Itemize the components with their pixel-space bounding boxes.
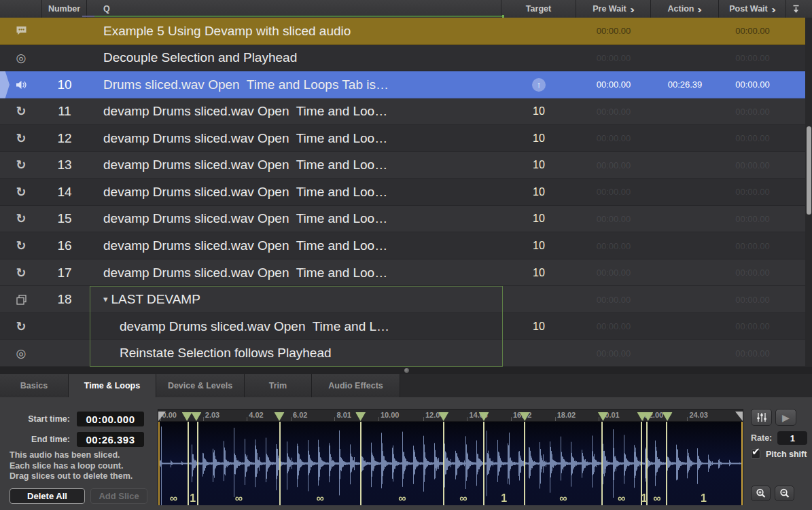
cue-post-wait: 00:00.00 (719, 321, 786, 331)
cue-row-memo[interactable]: Example 5 Using Devamp with sliced audio… (0, 18, 812, 45)
cue-post-wait: 00:00.00 (719, 268, 786, 278)
cue-row-devamp-12[interactable]: ↻ 12 devamp Drums sliced.wav Open Time a… (0, 125, 812, 152)
cue-post-wait: 00:00.00 (719, 133, 786, 143)
vertical-scrollbar-thumb[interactable] (807, 126, 811, 215)
tab-basics[interactable]: Basics (0, 374, 69, 397)
end-time-field[interactable]: 00:26.393 (77, 432, 144, 447)
cue-status-cell: ↻ (0, 98, 42, 126)
tab-time-and-loops[interactable]: Time & Loops (69, 374, 156, 397)
devamp-icon: ↻ (16, 240, 26, 252)
header-autoload-column[interactable] (786, 0, 805, 18)
zoom-in-button[interactable] (751, 486, 771, 501)
cue-post-wait: 00:00.00 (719, 53, 786, 63)
loop-count[interactable]: 1 (501, 493, 507, 504)
slice-marker-icon[interactable] (191, 412, 201, 421)
loop-count[interactable]: ∞ (235, 493, 243, 504)
start-time-field[interactable]: 00:00.000 (77, 412, 144, 426)
tab-device-and-levels[interactable]: Device & Levels (156, 374, 245, 397)
ruler-tick (555, 417, 556, 421)
ruler-tick (423, 417, 424, 421)
cue-row-decouple[interactable]: ◎ Decouple Selection and Playhead 00:00.… (0, 45, 812, 72)
cue-name: devamp Drums sliced.wav Open Time and Lo… (87, 158, 501, 172)
post-wait-expand-chevron-icon[interactable]: › (771, 4, 776, 14)
cue-name: devamp Drums sliced.wav Open Time and Lo… (87, 104, 501, 119)
cue-status-cell: ↻ (0, 313, 42, 340)
waveform-time-ruler[interactable]: 0.00 2.03 4.02 6.02 8.01 10.00 12.04 14.… (158, 409, 743, 422)
tab-audio-effects[interactable]: Audio Effects (312, 374, 400, 397)
target-reticle-icon: ◎ (16, 348, 27, 359)
cue-name: devamp Drums sliced.wav Open Time and Lo… (87, 185, 501, 200)
slice-line[interactable] (601, 422, 603, 505)
loop-count[interactable]: ∞ (559, 493, 567, 504)
audio-end-marker-icon[interactable] (735, 412, 743, 421)
preview-play-button[interactable]: ▶ (775, 409, 796, 426)
slice-marker-icon[interactable] (663, 412, 673, 421)
header-q-label: Q (103, 4, 110, 14)
loop-count[interactable]: ∞ (653, 493, 660, 504)
cue-name: devamp Drums sliced.wav Open Time and Lo… (87, 266, 501, 280)
delete-all-button[interactable]: Delete All (10, 488, 85, 504)
cue-row-devamp-15[interactable]: ↻ 15 devamp Drums sliced.wav Open Time a… (0, 206, 812, 233)
cue-row-group-child-devamp[interactable]: ↻ devamp Drums sliced.wav Open Time and … (0, 313, 812, 340)
vertical-scrollbar[interactable] (805, 18, 812, 367)
ruler-label: 10.00 (381, 411, 400, 419)
loop-count[interactable]: 1 (190, 493, 196, 504)
pre-wait-expand-chevron-icon[interactable]: › (630, 4, 635, 14)
cue-name: Reinstate Selection follows Playhead (87, 346, 501, 361)
slice-marker-icon[interactable] (275, 412, 285, 421)
panel-divider[interactable] (0, 367, 812, 374)
audition-levels-button[interactable] (751, 409, 772, 426)
ruler-label: 4.02 (249, 411, 263, 419)
slice-line[interactable] (524, 422, 525, 505)
cue-pre-wait: 00:00.00 (576, 321, 651, 331)
cue-pre-wait: 00:00.00 (576, 268, 651, 278)
divider-drag-handle[interactable] (404, 368, 409, 373)
ruler-tick (511, 417, 512, 421)
cue-row-devamp-14[interactable]: ↻ 14 devamp Drums sliced.wav Open Time a… (0, 179, 812, 206)
loop-count[interactable]: ∞ (317, 493, 324, 504)
slice-line[interactable] (483, 422, 484, 505)
action-expand-chevron-icon[interactable]: › (697, 4, 702, 14)
cue-status-cell (0, 286, 42, 313)
cue-row-group-child-reinstate[interactable]: ◎ Reinstate Selection follows Playhead 0… (0, 340, 812, 367)
cue-row-selected-audio[interactable]: 10 Drums sliced.wav Open Time and Loops … (0, 71, 812, 98)
pitch-shift-checkbox[interactable]: ✔ (751, 450, 760, 459)
cue-row-devamp-13[interactable]: ↻ 13 devamp Drums sliced.wav Open Time a… (0, 152, 812, 179)
cue-target-cell: 10 (501, 159, 576, 171)
cue-status-cell: ↻ (0, 125, 42, 152)
cue-status-cell: ↻ (0, 259, 42, 287)
slice-line[interactable] (360, 422, 361, 505)
cue-row-devamp-11[interactable]: ↻ 11 devamp Drums sliced.wav Open Time a… (0, 98, 812, 126)
cue-row-devamp-17[interactable]: ↻ 17 devamp Drums sliced.wav Open Time a… (0, 259, 812, 287)
ruler-tick (378, 417, 379, 421)
ruler-tick (467, 417, 467, 421)
slice-line[interactable] (197, 422, 198, 505)
disclosure-triangle-icon[interactable]: ▾ (103, 294, 108, 304)
rate-field[interactable]: 1 (777, 431, 807, 445)
target-up-arrow-icon[interactable]: ↑ (532, 78, 546, 92)
waveform-display[interactable]: ∞ 1 ∞ ∞ ∞ ∞ 1 ∞ ∞ 1 ∞ 1 (158, 422, 743, 505)
cue-pre-wait: 00:00.00 (576, 187, 651, 197)
loop-count[interactable]: ∞ (398, 493, 406, 504)
slice-line[interactable] (279, 422, 281, 505)
loop-count[interactable]: ∞ (170, 493, 177, 504)
loop-count[interactable]: ∞ (618, 493, 625, 504)
slice-line[interactable] (666, 422, 667, 505)
loop-count[interactable]: 1 (641, 493, 648, 504)
slice-line[interactable] (188, 422, 189, 505)
cue-row-group-18[interactable]: 18 ▾LAST DEVAMP 00:00.00 00:00.00 (0, 286, 812, 313)
cue-row-devamp-16[interactable]: ↻ 16 devamp Drums sliced.wav Open Time a… (0, 232, 812, 259)
tab-trim[interactable]: Trim (245, 374, 312, 397)
loop-count[interactable]: 1 (701, 493, 707, 504)
slice-marker-icon[interactable] (182, 412, 192, 421)
add-slice-button[interactable]: Add Slice (90, 488, 147, 504)
cue-list: Number Q Target Pre Wait› Action› Post W… (0, 0, 812, 367)
ruler-tick (291, 417, 292, 421)
ruler-tick (247, 417, 247, 421)
slice-marker-icon[interactable] (355, 412, 366, 421)
slice-line[interactable] (443, 422, 444, 505)
speaker-icon (16, 80, 27, 90)
cue-number: 12 (42, 131, 87, 146)
zoom-out-button[interactable] (775, 486, 794, 501)
loop-count[interactable]: ∞ (459, 493, 467, 504)
